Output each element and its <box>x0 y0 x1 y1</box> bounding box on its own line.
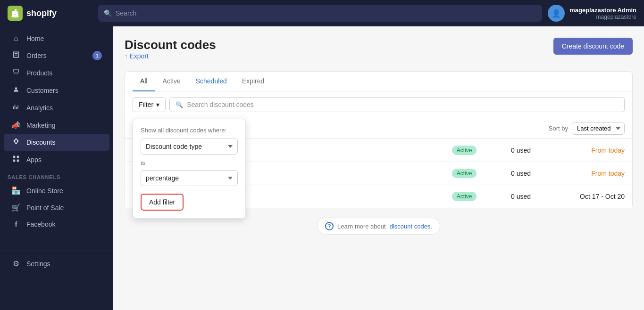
page-title: Discount codes <box>125 38 216 52</box>
shopify-logo-icon <box>8 6 23 21</box>
sidebar-item-analytics[interactable]: Analytics <box>4 99 109 116</box>
export-label: Export <box>130 52 149 60</box>
search-field[interactable]: 🔍 <box>169 97 625 112</box>
page-title-section: Discount codes ↑ Export <box>125 38 216 67</box>
tab-scheduled[interactable]: Scheduled <box>188 72 234 91</box>
sidebar: ⌂ Home Orders 1 Products Customers <box>0 26 113 310</box>
sidebar-item-label: Settings <box>26 260 50 268</box>
main-layout: ⌂ Home Orders 1 Products Customers <box>0 26 644 310</box>
status-badge: Active <box>452 169 477 178</box>
online-store-icon: 🏪 <box>11 186 21 195</box>
row-date: From today <box>549 170 625 177</box>
sort-select[interactable]: Last created <box>572 122 625 135</box>
toolbar: Filter ▾ 🔍 Show all discount codes where… <box>125 91 632 118</box>
user-section: 👤 mageplazastore Admin mageplazastore <box>548 5 636 22</box>
add-filter-button[interactable]: Add filter <box>141 194 184 211</box>
sidebar-item-orders[interactable]: Orders 1 <box>4 47 109 64</box>
sort-section: Sort by Last created <box>549 122 625 135</box>
discount-codes-card: All Active Scheduled Expired Filter ▾ 🔍 … <box>125 71 633 208</box>
tab-expired[interactable]: Expired <box>234 72 272 91</box>
row-date: Oct 17 - Oct 20 <box>549 193 625 200</box>
filter-value-select[interactable]: percentage <box>141 170 238 186</box>
user-store: mageplazastore <box>569 14 636 20</box>
sidebar-item-label: Products <box>26 69 52 77</box>
sidebar-item-label: Facebook <box>26 220 55 228</box>
sidebar-item-marketing[interactable]: 📣 Marketing <box>4 117 109 133</box>
settings-icon: ⚙ <box>11 259 21 268</box>
search-input[interactable] <box>187 101 619 108</box>
main-content: Discount codes ↑ Export Create discount … <box>113 26 644 310</box>
sort-by-label: Sort by <box>549 125 568 132</box>
learn-more-link[interactable]: discount codes. <box>390 223 432 230</box>
top-navigation: shopify 🔍 👤 mageplazastore Admin magepla… <box>0 0 644 26</box>
marketing-icon: 📣 <box>11 121 21 130</box>
sidebar-item-label: Analytics <box>26 104 53 112</box>
orders-badge: 1 <box>92 51 102 60</box>
row-used: 0 used <box>493 147 549 154</box>
tab-active[interactable]: Active <box>155 72 188 91</box>
export-link[interactable]: ↑ Export <box>125 52 216 60</box>
avatar[interactable]: 👤 <box>548 5 565 22</box>
page-header: Discount codes ↑ Export Create discount … <box>125 38 633 67</box>
learn-more-text: Learn more about <box>337 223 386 230</box>
sidebar-item-label: Online Store <box>26 187 63 195</box>
sidebar-item-facebook[interactable]: f Facebook <box>4 216 109 232</box>
create-discount-code-button[interactable]: Create discount code <box>553 38 633 55</box>
sidebar-item-label: Customers <box>26 87 59 94</box>
row-status: Active <box>436 169 493 178</box>
sidebar-item-apps[interactable]: Apps <box>4 151 109 168</box>
search-input[interactable] <box>116 9 536 17</box>
svg-rect-3 <box>13 160 16 162</box>
filter-field-select[interactable]: Discount code type <box>141 139 238 155</box>
filter-is-label: is <box>141 159 238 166</box>
tabs-bar: All Active Scheduled Expired <box>125 72 632 91</box>
search-icon: 🔍 <box>104 9 112 17</box>
sidebar-item-online-store[interactable]: 🏪 Online Store <box>4 182 109 199</box>
global-search[interactable]: 🔍 <box>98 5 542 22</box>
user-name: mageplazastore Admin <box>569 7 636 14</box>
sidebar-item-label: Apps <box>26 156 42 163</box>
products-icon <box>11 68 21 78</box>
filter-label: Filter <box>139 101 153 108</box>
sidebar-item-settings[interactable]: ⚙ Settings <box>4 255 109 272</box>
chevron-down-icon: ▾ <box>156 101 159 108</box>
svg-rect-4 <box>17 160 19 162</box>
sidebar-item-customers[interactable]: Customers <box>4 82 109 99</box>
pos-icon: 🛒 <box>11 203 21 212</box>
status-badge: Active <box>452 192 477 201</box>
svg-point-0 <box>15 87 17 90</box>
orders-icon <box>11 51 21 60</box>
analytics-icon <box>11 103 21 113</box>
logo[interactable]: shopify <box>8 6 92 21</box>
sidebar-item-point-of-sale[interactable]: 🛒 Point of Sale <box>4 199 109 216</box>
row-date: From today <box>549 147 625 154</box>
tab-all[interactable]: All <box>133 72 155 91</box>
sidebar-item-label: Orders <box>26 52 47 59</box>
svg-rect-1 <box>13 156 16 158</box>
row-used: 0 used <box>493 170 549 177</box>
filter-dropdown: Show all discount codes where: Discount … <box>133 119 246 219</box>
learn-more-pill: ? Learn more about discount codes. <box>317 218 440 235</box>
home-icon: ⌂ <box>11 34 21 43</box>
sidebar-item-label: Home <box>26 35 44 42</box>
svg-rect-2 <box>17 156 19 158</box>
filter-button[interactable]: Filter ▾ <box>133 97 166 112</box>
discounts-icon <box>11 138 21 147</box>
apps-icon <box>11 155 21 164</box>
row-status: Active <box>436 192 493 201</box>
sidebar-item-label: Discounts <box>26 139 55 146</box>
user-info: mageplazastore Admin mageplazastore <box>569 7 636 20</box>
sidebar-item-products[interactable]: Products <box>4 65 109 82</box>
sidebar-item-discounts[interactable]: Discounts <box>4 134 109 151</box>
search-icon: 🔍 <box>176 101 183 108</box>
export-icon: ↑ <box>125 53 128 60</box>
customers-icon <box>11 86 21 95</box>
row-used: 0 used <box>493 193 549 200</box>
sidebar-item-label: Marketing <box>26 122 55 129</box>
sidebar-item-home[interactable]: ⌂ Home <box>4 31 109 47</box>
filter-dropdown-title: Show all discount codes where: <box>141 127 238 134</box>
info-icon: ? <box>325 222 334 230</box>
sales-channels-heading: SALES CHANNELS <box>0 169 113 182</box>
logo-text: shopify <box>26 8 57 18</box>
status-badge: Active <box>452 146 477 155</box>
